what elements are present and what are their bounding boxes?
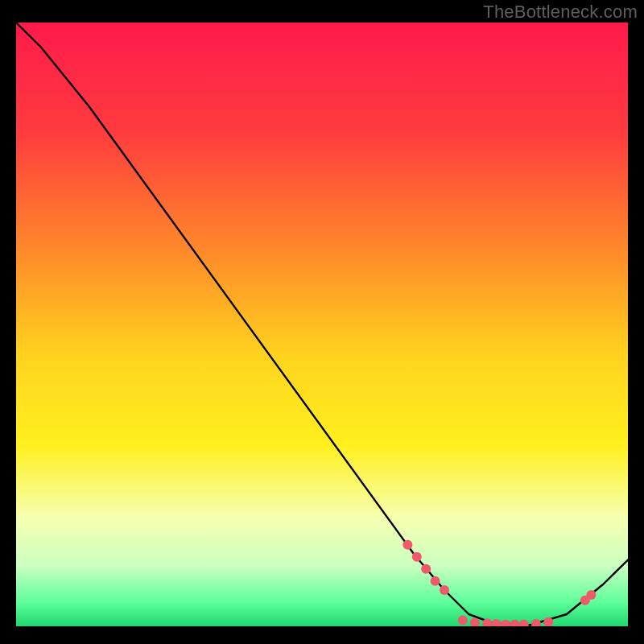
watermark-text: TheBottleneck.com — [483, 2, 638, 23]
data-marker — [402, 540, 412, 550]
data-marker — [412, 552, 422, 562]
data-marker — [586, 590, 596, 600]
data-marker — [421, 564, 431, 574]
data-marker — [431, 576, 440, 586]
chart-frame: TheBottleneck.com — [0, 0, 644, 644]
data-marker — [458, 616, 468, 625]
gradient-background — [16, 23, 628, 626]
data-marker — [440, 585, 449, 595]
chart-plot-area — [16, 23, 628, 626]
chart-svg — [16, 23, 628, 626]
